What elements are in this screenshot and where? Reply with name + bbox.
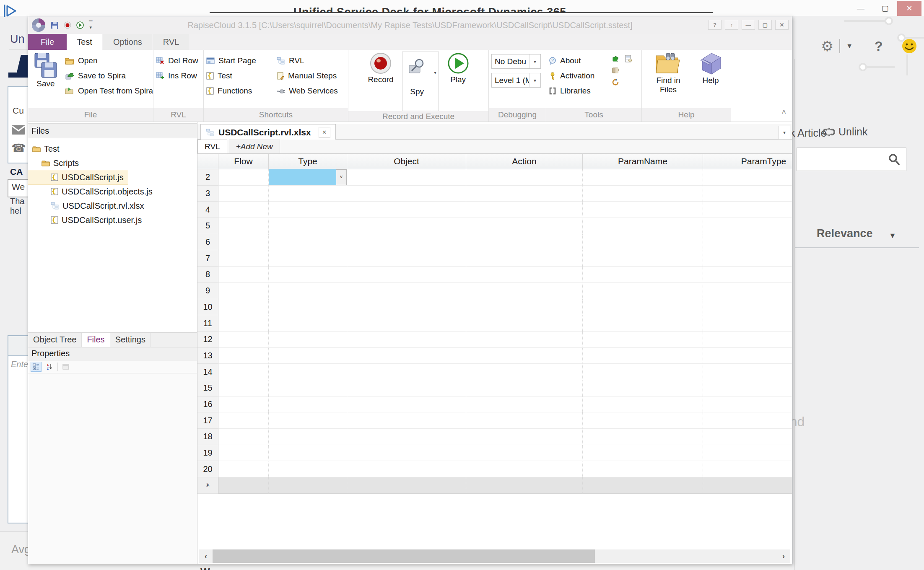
link-article-label[interactable]: k Article — [790, 127, 827, 139]
grid-column-header[interactable]: Type — [269, 154, 347, 169]
grid-cell[interactable] — [218, 267, 269, 283]
grid-cell[interactable] — [218, 299, 269, 316]
verbosity-level-select[interactable]: Level 1 (M ▾ — [491, 73, 541, 88]
grid-cell[interactable] — [269, 461, 347, 477]
grid-row-header[interactable]: 20 — [197, 461, 218, 477]
grid-cell[interactable] — [218, 234, 269, 251]
grid-row-header[interactable]: 5 — [197, 218, 218, 234]
grid-cell[interactable] — [347, 364, 466, 380]
cell-dropdown-button[interactable]: ˅ — [336, 169, 347, 185]
grid-cell[interactable] — [466, 299, 583, 316]
tab-settings[interactable]: Settings — [110, 333, 151, 347]
grid-cell[interactable] — [218, 250, 269, 267]
grid-cell[interactable] — [269, 186, 347, 202]
grid-cell[interactable] — [269, 380, 347, 396]
grid-cell[interactable] — [703, 234, 792, 251]
grid-cell[interactable] — [347, 477, 466, 494]
grid-cell[interactable] — [347, 396, 466, 413]
grid-cell[interactable] — [269, 250, 347, 267]
titlebar[interactable]: ▔▾ RapiseCloud 3.1.5 [C:\Users\squirrel\… — [28, 16, 792, 34]
scroll-left-icon[interactable]: ‹ — [199, 549, 213, 563]
grid-row-header[interactable]: 14 — [197, 364, 218, 380]
grid-cell[interactable] — [269, 218, 347, 234]
grid-row-header[interactable]: 2 — [197, 169, 218, 186]
save-button[interactable]: Save — [31, 52, 61, 108]
document-tab[interactable]: USDCallScript.rvl.xlsx ✕ — [200, 124, 336, 140]
gear-icon[interactable]: ⚙ — [821, 39, 833, 53]
grid-cell[interactable] — [583, 477, 703, 494]
minimize-button[interactable]: — — [742, 20, 755, 30]
sheet-tab-rvl[interactable]: RVL — [197, 140, 227, 153]
grid-cell[interactable] — [269, 396, 347, 413]
grid-row-header[interactable]: 18 — [197, 429, 218, 445]
grid-cell[interactable] — [583, 202, 703, 218]
grid-cell[interactable] — [583, 332, 703, 348]
grid-cell[interactable] — [466, 429, 583, 445]
grid-column-header[interactable]: ParamName — [583, 154, 703, 169]
help-button[interactable]: ? — [708, 20, 722, 30]
grid-cell[interactable] — [218, 380, 269, 396]
grid-row-header[interactable]: 6 — [197, 234, 218, 251]
scrollbar-thumb[interactable] — [213, 549, 595, 563]
plugin-icon[interactable] — [612, 55, 619, 62]
grid-cell[interactable] — [466, 250, 583, 267]
open-button[interactable]: Open — [65, 55, 153, 66]
tab-object-tree[interactable]: Object Tree — [28, 333, 82, 347]
play-button[interactable]: Play — [444, 52, 472, 111]
envelope-icon[interactable] — [11, 125, 26, 135]
grid-cell[interactable] — [347, 299, 466, 316]
grid-cell[interactable] — [347, 429, 466, 445]
chevron-down-icon[interactable]: ▼ — [889, 231, 896, 240]
grid-cell[interactable] — [466, 267, 583, 283]
grid-row-header[interactable]: 4 — [197, 202, 218, 218]
grid-cell[interactable] — [269, 348, 347, 364]
unlink-button[interactable]: Unlink — [823, 126, 867, 138]
chevron-down-icon[interactable]: ▾ — [529, 54, 540, 68]
grid-cell[interactable] — [466, 332, 583, 348]
grid-cell[interactable] — [218, 283, 269, 299]
grid-cell[interactable] — [269, 283, 347, 299]
grid-cell[interactable] — [703, 218, 792, 234]
grid-row-header[interactable]: 17 — [197, 412, 218, 429]
grid-cell[interactable] — [218, 186, 269, 202]
grid-cell[interactable] — [269, 299, 347, 316]
grid-cell[interactable] — [269, 234, 347, 251]
grid-cell[interactable] — [703, 315, 792, 332]
sheet-tab-add-new[interactable]: +Add New — [229, 140, 280, 153]
grid-cell[interactable] — [703, 332, 792, 348]
grid-row-header[interactable]: 3 — [197, 186, 218, 202]
grid-cell[interactable] — [703, 283, 792, 299]
tree-item-file-selected[interactable]: USDCallScript.js — [28, 170, 128, 184]
qat-play-icon[interactable] — [76, 21, 84, 29]
grid-cell[interactable] — [466, 283, 583, 299]
grid-cell[interactable] — [703, 169, 792, 186]
phone-icon[interactable]: ☎ — [11, 141, 26, 155]
relevance-sort-label[interactable]: Relevance — [817, 227, 873, 240]
close-tab-icon[interactable]: ✕ — [319, 127, 330, 138]
tab-file[interactable]: File — [28, 34, 67, 50]
grid-cell[interactable] — [347, 445, 466, 461]
grid-cell[interactable] — [218, 364, 269, 380]
grid-cell[interactable] — [347, 250, 466, 267]
grid-cell[interactable] — [347, 315, 466, 332]
grid-cell[interactable] — [466, 218, 583, 234]
grid-cell[interactable] — [269, 429, 347, 445]
grid-cell[interactable] — [466, 445, 583, 461]
grid-cell[interactable] — [583, 396, 703, 413]
grid-cell[interactable] — [218, 218, 269, 234]
grid-cell[interactable] — [703, 477, 792, 494]
grid-cell[interactable] — [583, 267, 703, 283]
grid-cell[interactable] — [703, 380, 792, 396]
grid-cell[interactable] — [583, 445, 703, 461]
grid-cell[interactable] — [583, 429, 703, 445]
document-bar-dropdown[interactable]: ▾ — [779, 126, 790, 139]
address-book-icon[interactable] — [612, 67, 619, 73]
grid-cell[interactable] — [347, 202, 466, 218]
grid-row-header[interactable]: 10 — [197, 299, 218, 316]
smiley-icon[interactable] — [901, 38, 917, 54]
grid-cell[interactable] — [269, 477, 347, 494]
grid-cell[interactable] — [218, 169, 269, 186]
grid-cell[interactable] — [218, 348, 269, 364]
grid-cell[interactable] — [347, 218, 466, 234]
grid-cell[interactable] — [347, 283, 466, 299]
